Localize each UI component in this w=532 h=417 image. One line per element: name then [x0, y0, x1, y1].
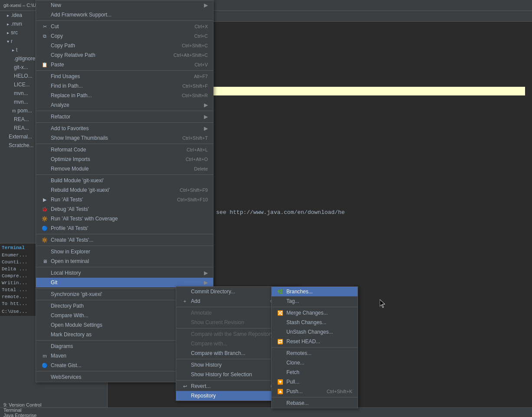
- menu-item-show-image[interactable]: Show Image ThumbnailsCtrl+Shift+T: [36, 133, 213, 143]
- menu-item-merge[interactable]: 🔀Merge Changes...: [272, 308, 358, 318]
- menu-item-copy-path[interactable]: Copy PathCtrl+Shift+C: [36, 41, 213, 50]
- submenu-arrow-icon: ▶: [204, 279, 208, 286]
- menu-item-shortcut: Ctrl+X: [194, 24, 208, 29]
- menu-item-icon: 🔀: [277, 310, 284, 316]
- menu-item-shortcut: Ctrl+Shift+R: [182, 93, 208, 98]
- menu-item-label: Copy Path: [51, 43, 173, 49]
- menu-item-label: Debug 'All Tests': [51, 206, 208, 212]
- menu-item-label: Push...: [286, 388, 318, 394]
- menu-item-label: Add to Favorites: [51, 125, 200, 131]
- status-bar-item[interactable]: 9: Version Control: [3, 402, 41, 407]
- cursor-icon: [380, 299, 387, 308]
- menu-item-optimize[interactable]: Optimize ImportsCtrl+Alt+O: [36, 154, 213, 164]
- menu-item-icon: 🐞: [41, 207, 48, 212]
- submenu-arrow-icon: ▶: [204, 270, 208, 276]
- menu-item-label: Analyze: [51, 102, 200, 108]
- menu-item-rebase[interactable]: Rebase...: [272, 398, 358, 408]
- menu-item-label: Open Module Settings: [51, 322, 194, 328]
- menu-item-icon: 🌿: [277, 289, 284, 295]
- menu-item-label: Git: [51, 279, 200, 286]
- menu-item-label: Copy: [51, 33, 186, 39]
- menu-item-copy[interactable]: ⧉CopyCtrl+C: [36, 31, 213, 41]
- menu-item-label: Pull...: [286, 379, 352, 385]
- menu-item-icon: 🔼: [277, 389, 284, 394]
- sidebar-label: HELO...: [14, 73, 33, 79]
- menu-item-label: Add Framework Support...: [51, 12, 208, 18]
- menu-item-reformat[interactable]: Reformat CodeCtrl+Alt+L: [36, 145, 213, 154]
- menu-item-pull[interactable]: 🔽Pull...: [272, 377, 358, 387]
- menu-item-paste[interactable]: 📋PasteCtrl+V: [36, 60, 213, 69]
- menu-item-create-tests[interactable]: 🔆Create 'All Tests'...: [36, 235, 213, 245]
- sidebar-label: .idea: [11, 12, 22, 18]
- sidebar-label: src: [11, 30, 18, 36]
- menu-item-label: Rebase...: [286, 400, 352, 406]
- menu-item-analyze[interactable]: Analyze▶: [36, 100, 213, 110]
- menu-item-unstash[interactable]: UnStash Changes...: [272, 327, 358, 337]
- menu-item-label: Repository: [191, 393, 285, 399]
- menu-item-local-history[interactable]: Local History▶: [36, 268, 213, 278]
- menu-item-build-module[interactable]: Build Module 'git-xuexi': [36, 176, 213, 185]
- sidebar-label: .gitignore: [14, 56, 35, 62]
- menu-item-shortcut: Ctrl+Shift+F9: [180, 187, 208, 193]
- menu-item-open-terminal[interactable]: 🖥Open in terminal: [36, 256, 213, 266]
- menu-item-tag[interactable]: Tag...: [272, 296, 358, 306]
- menu-item-label: Find Usages: [51, 73, 185, 79]
- menu-item-refactor[interactable]: Refactor▶: [36, 112, 213, 121]
- sidebar-icon: ▾: [7, 39, 9, 44]
- menu-item-replace-in-path[interactable]: Replace in Path...Ctrl+Shift+R: [36, 91, 213, 100]
- menu-item-label: Reformat Code: [51, 147, 178, 153]
- status-bar: 9: Version ControlTerminalJava Enterpris…: [0, 407, 532, 417]
- menu-item-git[interactable]: Git▶: [36, 278, 213, 287]
- menu-item-shortcut: Ctrl+Shift+T: [182, 135, 208, 141]
- menu-item-label: Optimize Imports: [51, 156, 177, 162]
- menu-item-add-framework[interactable]: Add Framework Support...: [36, 10, 213, 20]
- menu-item-fetch[interactable]: Fetch: [272, 368, 358, 377]
- menu-item-remotes[interactable]: Remotes...: [272, 348, 358, 358]
- menu-item-run-tests[interactable]: ▶Run 'All Tests'Ctrl+Shift+F10: [36, 195, 213, 204]
- submenu-arrow-icon: ▶: [204, 114, 208, 120]
- menu-item-add-favorites[interactable]: Add to Favorites▶: [36, 124, 213, 133]
- menu-item-label: Remotes...: [286, 350, 352, 356]
- menu-separator: [272, 347, 358, 348]
- menu-item-new[interactable]: New▶: [36, 0, 213, 10]
- menu-item-shortcut: Ctrl+Shift+F: [182, 83, 208, 89]
- sidebar-label: pom...: [17, 108, 32, 114]
- menu-item-rebuild-module[interactable]: Rebuild Module 'git-xuexi'Ctrl+Shift+F9: [36, 185, 213, 195]
- sidebar-icon: ▸: [7, 13, 9, 18]
- menu-item-label: UnStash Changes...: [286, 329, 352, 335]
- menu-item-clone[interactable]: Clone...: [272, 358, 358, 368]
- menu-item-label: Find in Path...: [51, 83, 174, 89]
- sidebar-label: LICE...: [14, 82, 30, 88]
- menu-item-stash[interactable]: Stash Changes...: [272, 318, 358, 327]
- menu-item-find-in-path[interactable]: Find in Path...Ctrl+Shift+F: [36, 81, 213, 91]
- menu-item-copy-relative[interactable]: Copy Relative PathCtrl+Alt+Shift+C: [36, 50, 213, 60]
- menu-item-label: Clone...: [286, 360, 352, 366]
- menu-item-cut[interactable]: ✂CutCtrl+X: [36, 22, 213, 31]
- sidebar-label: .mvn: [11, 21, 22, 27]
- menu-item-find-usages[interactable]: Find UsagesAlt+F7: [36, 72, 213, 81]
- status-bar-item[interactable]: Terminal: [3, 407, 41, 413]
- menu-item-icon: 🔆: [41, 216, 48, 222]
- menu-item-shortcut: Ctrl+Alt+O: [186, 157, 208, 162]
- menu-item-push[interactable]: 🔼Push...Ctrl+Shift+K: [272, 387, 358, 396]
- menu-item-label: Replace in Path...: [51, 92, 173, 99]
- menu-item-profile-tests[interactable]: 🔵Profile 'All Tests': [36, 223, 213, 233]
- menu-item-icon: 🔵: [41, 363, 48, 368]
- menu-item-shortcut: Ctrl+Alt+Shift+C: [174, 53, 208, 58]
- menu-item-branches[interactable]: 🌿Branches...: [272, 287, 358, 296]
- menu-item-label: Reset HEAD...: [286, 338, 352, 345]
- sidebar-label: REA...: [14, 116, 29, 122]
- status-bar-item[interactable]: Java Enterprise: [3, 413, 41, 417]
- sidebar-label: External...: [9, 134, 32, 140]
- menu-item-debug-tests[interactable]: 🐞Debug 'All Tests': [36, 204, 213, 214]
- menu-item-reset-head[interactable]: 🔁Reset HEAD...: [272, 337, 358, 346]
- menu-item-label: Remove Module: [51, 166, 185, 172]
- menu-item-label: Paste: [51, 62, 186, 68]
- menu-item-show-explorer[interactable]: Show in Explorer: [36, 247, 213, 256]
- menu-item-label: Add: [191, 298, 262, 304]
- menu-item-run-coverage[interactable]: 🔆Run 'All Tests' with Coverage: [36, 214, 213, 223]
- menu-item-label: Fetch: [286, 369, 352, 375]
- menu-item-shortcut: Ctrl+Shift+F10: [177, 197, 208, 202]
- menu-item-remove-module[interactable]: Remove ModuleDelete: [36, 164, 213, 174]
- sidebar-label: Scratche...: [9, 142, 33, 148]
